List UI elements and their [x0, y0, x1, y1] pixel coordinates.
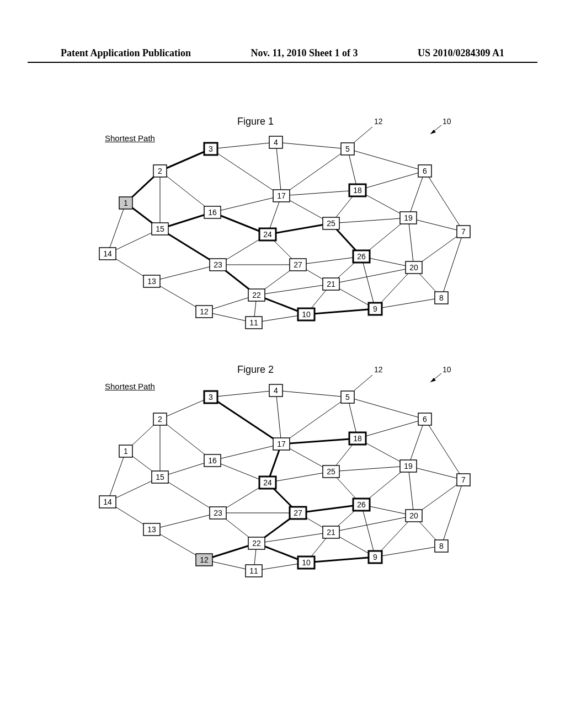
graph-node-label: 19 — [404, 462, 413, 470]
graph-node-label: 3 — [209, 144, 213, 153]
page-header: Patent Application Publication Nov. 11, … — [0, 47, 565, 59]
graph-edge — [348, 149, 425, 171]
graph-node-label: 2 — [158, 167, 162, 175]
graph-edge — [361, 505, 375, 557]
graph-node-label: 3 — [209, 393, 213, 402]
graph-edge — [212, 444, 281, 461]
figure-1-svg: 1210123456789101112131415161718192021222… — [55, 132, 497, 353]
graph-node-label: 24 — [263, 230, 272, 239]
graph-node-label: 1 — [124, 447, 128, 456]
graph-node-label: 4 — [274, 138, 278, 147]
graph-node-label: 8 — [439, 542, 444, 550]
graph-node-label: 4 — [274, 386, 278, 395]
graph-edge — [361, 256, 375, 309]
figure-2-title: Figure 2 — [237, 364, 274, 376]
graph-edge-bold — [298, 505, 361, 513]
graph-edge — [441, 232, 463, 298]
graph-edge-bold — [281, 438, 358, 444]
graph-node-label: 7 — [461, 475, 466, 484]
graph-edge — [212, 196, 281, 212]
figure-1-panel: Figure 1 Shortest Path 12101234567891011… — [55, 116, 497, 336]
graph-node-label: 26 — [357, 500, 366, 509]
graph-edge — [160, 397, 211, 419]
graph-node-label: 8 — [439, 293, 444, 302]
graph-edge — [375, 546, 441, 557]
graph-edge — [331, 516, 414, 532]
graph-edge — [281, 190, 358, 196]
graph-node-label: 20 — [409, 511, 418, 520]
graph-edge — [358, 171, 425, 190]
header-right: US 2010/0284309 A1 — [418, 47, 504, 59]
graph-edge — [276, 390, 281, 444]
graph-edge — [152, 265, 218, 281]
graph-edge-bold — [211, 397, 281, 444]
graph-node-label: 1 — [124, 199, 128, 207]
graph-edge-bold — [306, 309, 375, 314]
graph-node-label: 6 — [423, 167, 427, 175]
graph-edge — [425, 419, 463, 480]
graph-edge — [276, 142, 281, 196]
header-center: Nov. 11, 2010 Sheet 1 of 3 — [250, 47, 358, 59]
svg-line-1 — [354, 375, 372, 390]
graph-edge — [276, 390, 348, 397]
graph-node-label: 15 — [156, 473, 164, 481]
graph-edge — [425, 171, 463, 232]
graph-node-label: 27 — [294, 260, 302, 269]
graph-node-label: 11 — [249, 318, 258, 327]
graph-node-label: 18 — [353, 434, 362, 443]
graph-node-label: 17 — [277, 191, 286, 200]
graph-edge — [348, 397, 425, 419]
graph-node-label: 17 — [277, 440, 286, 448]
graph-node-label: 10 — [302, 558, 311, 567]
graph-node-label: 5 — [345, 393, 350, 402]
figure-2-panel: Figure 2 Shortest Path 12101234567891011… — [55, 364, 497, 585]
graph-node-label: 25 — [327, 219, 335, 228]
graph-node-label: 16 — [208, 208, 217, 217]
graph-edge — [257, 532, 331, 543]
graph-edge-bold — [160, 149, 211, 171]
svg-line-0 — [354, 127, 372, 142]
graph-edge — [408, 171, 425, 218]
graph-edge — [358, 419, 425, 438]
graph-node-label: 25 — [327, 467, 335, 476]
graph-node-label: 27 — [294, 508, 302, 517]
graph-node-label: 18 — [353, 186, 362, 195]
graph-edge — [331, 466, 408, 472]
graph-node-label: 19 — [404, 213, 413, 222]
graph-node-label: 15 — [156, 224, 164, 233]
graph-node-label: 13 — [147, 525, 156, 534]
graph-node-label: 23 — [214, 260, 222, 269]
graph-node-label: 7 — [461, 227, 466, 236]
header-left: Patent Application Publication — [61, 47, 191, 59]
graph-node-label: 11 — [249, 566, 258, 575]
graph-node-label: 24 — [263, 478, 272, 487]
header-rule — [28, 62, 537, 63]
figure-2-svg: 1210123456789101112131415161718192021222… — [55, 381, 497, 601]
graph-edge — [408, 466, 414, 516]
graph-node-label: 16 — [208, 456, 217, 465]
graph-edge — [441, 480, 463, 546]
graph-node-label: 9 — [373, 304, 377, 313]
graph-edge — [211, 142, 276, 149]
graph-node-label: 2 — [158, 415, 162, 424]
graph-edge — [331, 267, 414, 284]
graph-edge — [152, 513, 218, 529]
graph-edge — [211, 149, 281, 196]
graph-edge — [331, 218, 408, 223]
graph-node-label: 21 — [327, 280, 335, 288]
graph-node-label: 13 — [147, 277, 156, 286]
graph-node-label: 10 — [302, 310, 311, 319]
graph-edge — [408, 419, 425, 466]
graph-edge-bold — [306, 557, 375, 563]
graph-edge — [375, 298, 441, 309]
ref-node-label: 12 — [374, 117, 383, 126]
graph-edge — [298, 256, 361, 265]
graph-edge — [257, 284, 331, 295]
figure-1-title: Figure 1 — [237, 116, 274, 127]
graph-node-label: 12 — [200, 307, 209, 316]
graph-edge — [281, 149, 348, 196]
graph-edge — [211, 390, 276, 397]
graph-edge — [276, 142, 348, 149]
graph-node-label: 21 — [327, 528, 335, 537]
graph-node-label: 22 — [252, 539, 261, 548]
